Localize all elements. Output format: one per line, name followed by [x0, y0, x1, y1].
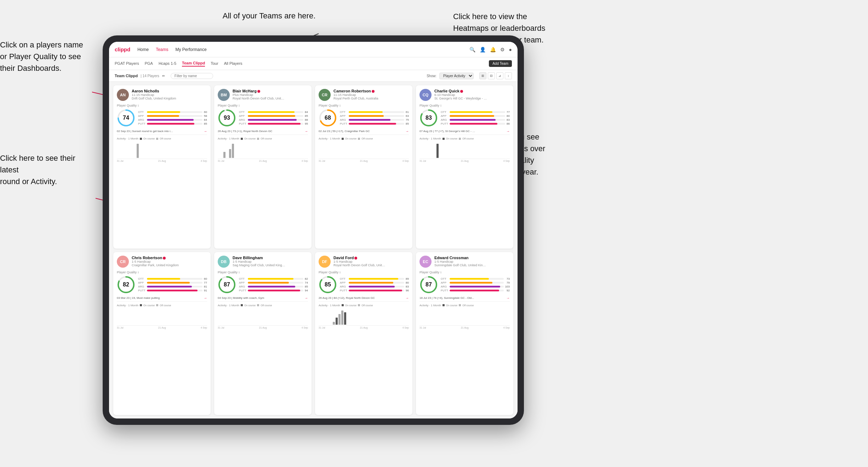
mini-chart: [419, 141, 510, 159]
player-club: Sunningdale Golf Club, United Kingdom: [434, 263, 487, 267]
profile-icon[interactable]: 👤: [480, 47, 486, 52]
latest-round[interactable]: 26 Aug 23 | 73 (+1), Royal North Devon G…: [218, 129, 308, 135]
stat-bar-container: [248, 278, 303, 280]
annotation-teams: All of your Teams are here.: [219, 11, 319, 22]
stat-value: 88: [305, 118, 308, 121]
stat-bar: [248, 123, 301, 125]
stat-bar-container: [349, 115, 404, 117]
latest-round[interactable]: 26 Aug 23 | 84 (+12), Royal North Devon …: [319, 296, 409, 302]
list-view-button[interactable]: ⊟: [488, 72, 495, 79]
filter-view-button[interactable]: ⊿: [496, 72, 503, 79]
player-card-header: BM Blair McHarg Plus Handicap Royal Nort…: [218, 89, 308, 101]
settings-icon[interactable]: ⚙: [500, 47, 505, 52]
off-course-legend: [156, 304, 158, 306]
nav-home[interactable]: Home: [137, 47, 149, 52]
nav-teams[interactable]: Teams: [156, 47, 168, 52]
stat-bar-container: [349, 290, 404, 291]
off-course-label: Off course: [462, 137, 474, 140]
player-card: DF David Ford 1-5 Handicap Royal North D…: [315, 252, 412, 415]
latest-round[interactable]: 02 Sep 23 | Sunset round to get back int…: [117, 129, 207, 135]
sub-nav-all-players[interactable]: All Players: [224, 61, 242, 66]
stat-bar-container: [248, 123, 303, 125]
nav-performance[interactable]: My Performance: [176, 47, 207, 52]
sub-nav-tour[interactable]: Tour: [211, 61, 218, 66]
avatar-icon[interactable]: ●: [509, 47, 512, 52]
player-name[interactable]: Aaron Nicholls: [132, 89, 207, 93]
quality-circle[interactable]: 82: [117, 275, 135, 294]
filter-input[interactable]: [171, 73, 213, 79]
sub-nav-pga[interactable]: PGA: [145, 61, 153, 66]
quality-section: 87 OTT 73 APP 79 ARG 103 PUTT: [419, 275, 510, 294]
quality-circle[interactable]: 87: [218, 275, 236, 294]
round-arrow[interactable]: →: [405, 129, 409, 133]
quality-circle[interactable]: 85: [319, 275, 337, 294]
player-info: Edward Crossman 1-5 Handicap Sunningdale…: [434, 256, 510, 267]
player-club: Sag Maging Golf Club, United Kingdom: [233, 263, 286, 267]
player-card: CR Cameron Robertson 11-15 Handicap Roya…: [315, 85, 412, 249]
chart-bar: [223, 152, 225, 158]
stat-bar: [147, 282, 190, 284]
latest-round[interactable]: 03 Mar 23 | 19, Must make putting →: [117, 296, 207, 302]
nav-right: 🔍 👤 🔔 ⚙ ●: [469, 47, 512, 52]
player-name[interactable]: Charlie Quick: [434, 89, 510, 93]
edit-icon[interactable]: ✏: [162, 74, 165, 78]
stat-bar: [248, 286, 295, 287]
player-name[interactable]: Dave Billingham: [233, 256, 308, 260]
sub-nav-pgat[interactable]: PGAT Players: [115, 61, 139, 66]
quality-circle[interactable]: 93: [218, 109, 236, 127]
team-count: | 14 Players: [141, 74, 159, 78]
quality-section: 74 OTT 60 APP 58 ARG 84 PUTT: [117, 109, 207, 127]
off-course-label: Off course: [261, 304, 272, 307]
player-name[interactable]: David Ford: [333, 256, 409, 260]
stat-value: 85: [406, 122, 409, 125]
latest-round[interactable]: 04 Sep 23 | Mobility with coach, Gym →: [218, 296, 308, 302]
quality-circle[interactable]: 74: [117, 109, 135, 127]
stat-value: 81: [204, 285, 207, 288]
player-name[interactable]: Chris Robertson: [132, 256, 207, 260]
round-arrow[interactable]: →: [204, 129, 207, 133]
latest-round[interactable]: 18 Jul 23 | 74 (+4), Sunningdale GC - Ol…: [419, 296, 510, 302]
search-icon[interactable]: 🔍: [469, 47, 475, 52]
activity-label: Activity · 1 Month On course Off course: [319, 304, 409, 307]
chart-bar: [436, 144, 439, 158]
round-arrow[interactable]: →: [506, 296, 510, 300]
round-arrow[interactable]: →: [304, 129, 308, 133]
stat-value: 86: [507, 122, 510, 125]
latest-round[interactable]: 02 Jul 23 | 59 (+17), Craigmillar Park G…: [319, 129, 409, 135]
stat-label: ARG: [340, 118, 347, 121]
stat-label: ARG: [138, 285, 145, 288]
quality-circle[interactable]: 83: [419, 109, 438, 127]
mini-chart: [218, 308, 308, 326]
round-arrow[interactable]: →: [304, 296, 308, 300]
bell-icon[interactable]: 🔔: [490, 47, 496, 52]
stat-bar: [450, 282, 492, 284]
sort-view-button[interactable]: ↕: [505, 72, 512, 79]
add-team-button[interactable]: Add Team: [489, 60, 512, 67]
player-name[interactable]: Blair McHarg: [233, 89, 308, 93]
stats-grid: OTT 61 APP 63 ARG 75 PUTT 85: [340, 110, 409, 125]
round-arrow[interactable]: →: [506, 129, 510, 133]
stat-bar: [349, 111, 383, 113]
quality-circle[interactable]: 87: [419, 275, 438, 294]
player-card: CR Chris Robertson 1-5 Handicap Craigmil…: [113, 252, 211, 415]
round-arrow[interactable]: →: [204, 296, 207, 300]
stat-bar-container: [248, 119, 303, 121]
player-name[interactable]: Cameron Robertson: [333, 89, 409, 93]
stat-label: PUTT: [441, 122, 448, 125]
show-select[interactable]: Player Activity: [439, 73, 474, 79]
player-name[interactable]: Edward Crossman: [434, 256, 510, 260]
quality-circle[interactable]: 68: [319, 109, 337, 127]
quality-number: 82: [123, 281, 129, 288]
round-arrow[interactable]: →: [405, 296, 409, 300]
off-course-label: Off course: [160, 137, 171, 140]
mini-chart: [319, 141, 409, 159]
sub-nav-hcaps[interactable]: Hcaps 1-5: [159, 61, 176, 66]
sub-nav-team-clippd[interactable]: Team Clippd: [182, 61, 205, 67]
latest-round[interactable]: 07 Aug 23 | 77 (+7), St George's Hill GC…: [419, 129, 510, 135]
stat-bar-container: [248, 290, 303, 291]
grid-view-button[interactable]: ⊞: [479, 72, 486, 79]
stat-bar-container: [450, 282, 504, 284]
off-course-legend: [459, 304, 461, 306]
on-course-label: On course: [143, 304, 155, 307]
team-header: Team Clippd | 14 Players ✏ Show: Player …: [109, 70, 518, 82]
